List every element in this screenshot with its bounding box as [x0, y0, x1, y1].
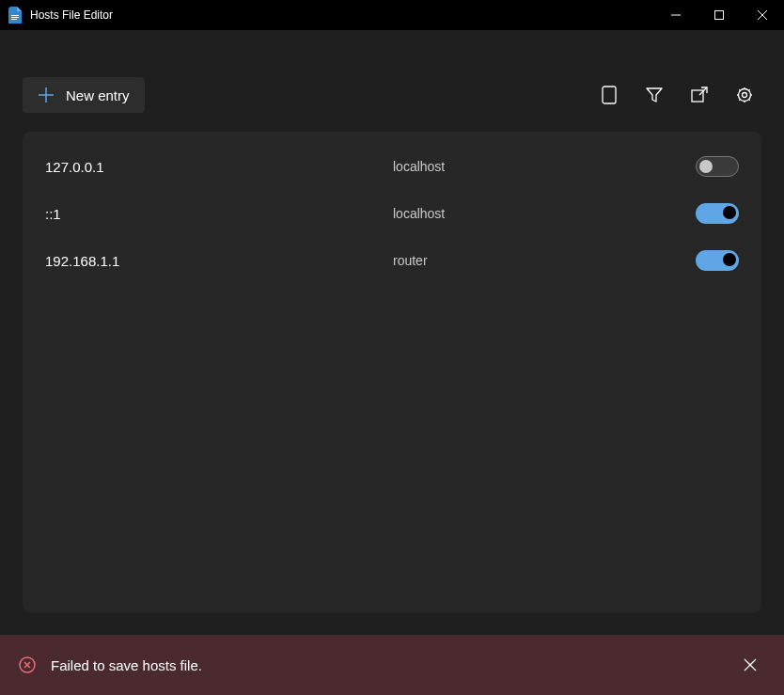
svg-rect-9: [603, 87, 616, 103]
filter-icon: [646, 87, 663, 103]
minimize-button[interactable]: [654, 0, 698, 30]
svg-rect-2: [11, 19, 17, 20]
close-button[interactable]: [741, 0, 784, 30]
open-hosts-file-button[interactable]: [682, 78, 716, 112]
entries-panel: 127.0.0.1localhost::1localhost192.168.1.…: [23, 132, 761, 612]
entry-toggle[interactable]: [696, 203, 739, 224]
error-close-button[interactable]: [735, 650, 765, 680]
svg-rect-0: [11, 15, 19, 16]
svg-point-12: [743, 93, 747, 98]
close-icon: [744, 658, 757, 671]
app-icon: [8, 6, 23, 24]
entry-toggle[interactable]: [696, 156, 739, 177]
gear-icon: [736, 87, 753, 103]
svg-rect-1: [11, 17, 19, 18]
settings-button[interactable]: [728, 78, 761, 112]
new-entry-button[interactable]: New entry: [23, 77, 145, 113]
plus-icon: [38, 87, 55, 103]
toolbar: New entry: [0, 30, 784, 132]
file-icon: [602, 86, 617, 104]
entry-row[interactable]: ::1localhost: [23, 190, 761, 237]
svg-rect-10: [692, 90, 703, 102]
svg-rect-4: [715, 11, 724, 20]
entry-row[interactable]: 192.168.1.1router: [23, 237, 761, 284]
toggle-knob: [723, 253, 736, 266]
new-entry-label: New entry: [66, 87, 130, 103]
entry-host: localhost: [393, 159, 696, 174]
error-icon: [19, 656, 36, 673]
entry-ip: 192.168.1.1: [45, 253, 393, 269]
entry-ip: ::1: [45, 206, 393, 222]
maximize-button[interactable]: [698, 0, 741, 30]
title-bar: Hosts File Editor: [0, 0, 784, 30]
svg-point-13: [739, 89, 751, 102]
additional-lines-button[interactable]: [592, 78, 626, 112]
content-area: New entry: [0, 30, 784, 635]
toggle-knob: [699, 160, 713, 173]
toggle-knob: [723, 206, 736, 219]
window-title: Hosts File Editor: [30, 8, 654, 22]
entry-ip: 127.0.0.1: [45, 159, 393, 175]
window-controls: [654, 0, 784, 30]
error-message: Failed to save hosts file.: [51, 657, 720, 673]
entry-toggle[interactable]: [696, 250, 739, 271]
open-external-icon: [691, 87, 708, 103]
entry-host: localhost: [393, 206, 696, 221]
entry-host: router: [393, 253, 696, 268]
entry-row[interactable]: 127.0.0.1localhost: [23, 143, 761, 190]
error-bar: Failed to save hosts file.: [0, 635, 784, 695]
filter-button[interactable]: [637, 78, 671, 112]
